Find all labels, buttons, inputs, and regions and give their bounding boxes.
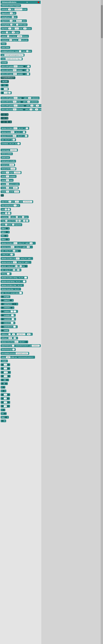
number-input[interactable]: 0 <box>5 224 7 226</box>
block[interactable]: declare VOLATILE intvar_A ▾ <box>1 340 28 343</box>
variable-dropdown[interactable]: var_A ▾ <box>4 139 10 141</box>
block[interactable]: declare GLOBAL char var_A ▾ <box>1 284 24 287</box>
number-input[interactable]: 10 <box>30 108 33 110</box>
text-input[interactable]: */ for(int i=0;i<10;++i){}; /* <box>6 58 22 60</box>
dropdown[interactable]: == <box>4 372 8 373</box>
text-input[interactable]: world! <box>14 191 19 193</box>
block[interactable]: declare STATIC intvar_A ▾ = 0 <box>1 134 28 137</box>
input-slot[interactable] <box>2 372 3 373</box>
number-input[interactable]: 1 <box>12 349 15 350</box>
dropdown[interactable]: × <box>4 402 7 403</box>
input-slot[interactable] <box>8 372 10 373</box>
number-input[interactable]: 1 <box>12 345 14 347</box>
block[interactable]: set var_A ▾ to text value <box>1 292 23 294</box>
number-input[interactable]: 0 <box>26 220 28 222</box>
dropdown[interactable]: C4 <box>15 28 19 30</box>
input-slot[interactable] <box>2 121 3 123</box>
block[interactable]: set 2D array_A ▾ [ 0 ][ 0 ] to <box>1 265 28 268</box>
block[interactable]: [][] <box>1 120 12 123</box>
block[interactable]: Serial 2 peek to buffer <box>1 183 20 186</box>
input-slot[interactable] <box>2 88 3 90</box>
dropdown[interactable]: int <box>11 246 14 248</box>
number-input[interactable]: 11 <box>8 28 11 30</box>
number-input[interactable]: 0 <box>10 254 13 256</box>
block[interactable]: DECLARE static int variable = 0 <box>1 72 30 76</box>
block[interactable]: CHANGE var_A ▾ by 1 <box>1 142 21 145</box>
block[interactable]: > <box>1 363 10 366</box>
block[interactable]: .toInt() <box>1 329 9 332</box>
variable-dropdown[interactable]: array_A ▾ <box>18 242 25 244</box>
dropdown[interactable]: int <box>13 101 16 103</box>
block[interactable]: != <box>1 375 10 378</box>
dropdown[interactable]: int <box>14 66 17 67</box>
input-slot[interactable] <box>24 66 25 67</box>
number-input[interactable]: 0 <box>13 269 15 271</box>
block[interactable]: DECLARE local int array with [ 10 ] elem… <box>1 100 39 103</box>
number-input[interactable]: 0 <box>16 216 18 218</box>
input-slot[interactable] <box>2 303 3 305</box>
number-input[interactable]: 0 <box>23 220 25 222</box>
number-input[interactable]: 0 <box>17 269 19 271</box>
block[interactable]: .indexOf ( ) <box>1 322 15 324</box>
block[interactable]: declare GLOBAL String var_A ▾ <box>1 276 28 279</box>
input-slot[interactable] <box>3 390 4 392</box>
number-input[interactable]: 0 <box>23 131 25 133</box>
block[interactable]: Serial peek to buffer <box>1 160 16 162</box>
input-slot[interactable] <box>2 84 3 86</box>
number-input[interactable]: 11 <box>14 204 17 206</box>
input-slot[interactable] <box>3 409 4 411</box>
scroll-thumb[interactable] <box>101 5 103 38</box>
input-slot[interactable] <box>4 413 6 414</box>
number-input[interactable]: 1000 <box>6 356 10 358</box>
block[interactable]: declare GLOBAL 2D intarray_A ▾ with… <box>1 257 33 260</box>
number-input[interactable]: 0 <box>20 265 22 267</box>
number-input[interactable]: 10 <box>35 108 38 110</box>
number-input[interactable]: 10 <box>28 97 31 99</box>
block[interactable]: max 00 <box>1 212 11 214</box>
dropdown[interactable]: CONTINUE <box>23 201 32 202</box>
block[interactable]: multiplePortsRead, mask 7, from 3 pin <box>1 50 32 52</box>
block[interactable]: analogWrite 9 pin, 0 PWM value <box>1 23 28 26</box>
block[interactable]: analogRead A 0 pin <box>1 16 18 18</box>
variable-dropdown[interactable]: array_A ▾ <box>2 254 9 256</box>
dropdown[interactable]: int <box>13 108 16 110</box>
number-input[interactable]: 255 <box>27 333 31 335</box>
input-slot[interactable] <box>23 70 24 71</box>
number-input[interactable]: 10 <box>36 105 39 106</box>
input-slot[interactable] <box>2 364 3 366</box>
block[interactable]: Serial begin 115200 <box>1 149 18 152</box>
number-input[interactable]: 10 <box>30 242 33 244</box>
block[interactable]: DECLARE local int variable = 0 <box>1 69 30 72</box>
block[interactable]: declare local String var_A ▾ = <box>1 280 26 283</box>
block[interactable]: Serial 2 available <box>1 175 16 178</box>
block[interactable]: || <box>1 382 8 385</box>
block[interactable]: float ( ) <box>1 238 10 241</box>
block[interactable]: declare local 2D intarray_A ▾ with [ … <box>1 261 31 264</box>
number-input[interactable]: 0 <box>26 127 28 129</box>
block[interactable]: pow 0 base, 0 exponent <box>1 223 22 226</box>
input-slot[interactable] <box>7 406 9 407</box>
number-input[interactable]: 8 <box>7 35 9 37</box>
vertical-scrollbar[interactable] <box>101 0 103 644</box>
dropdown[interactable]: int <box>13 262 17 263</box>
block[interactable]: */ myIdentificator /* <box>1 76 15 79</box>
input-slot[interactable] <box>6 84 8 86</box>
block[interactable]: array_A ▾ [ 0 ] <box>1 253 15 256</box>
block[interactable]: .replace ( ) <box>1 310 18 313</box>
block[interactable]: every 1000 millis run myScheduledFunctio… <box>1 356 35 359</box>
input-slot[interactable] <box>2 318 3 320</box>
dropdown[interactable]: 2 <box>6 183 9 185</box>
dropdown[interactable]: += <box>4 92 8 94</box>
input-slot[interactable] <box>2 398 3 400</box>
number-input[interactable]: 0 <box>5 220 8 222</box>
workspace[interactable] <box>41 0 103 644</box>
block[interactable]: min 00 <box>1 208 11 211</box>
block[interactable]: ! <box>1 386 5 388</box>
block[interactable]: counter <box>1 61 8 64</box>
block[interactable]: < <box>1 367 10 370</box>
variable-dropdown[interactable]: var_A ▾ <box>17 284 23 286</box>
dropdown[interactable]: 2 <box>6 179 9 181</box>
dropdown[interactable]: + <box>4 394 7 396</box>
block[interactable]: servo 9 pin, 90 angle <box>1 31 20 34</box>
input-slot[interactable] <box>6 231 8 233</box>
